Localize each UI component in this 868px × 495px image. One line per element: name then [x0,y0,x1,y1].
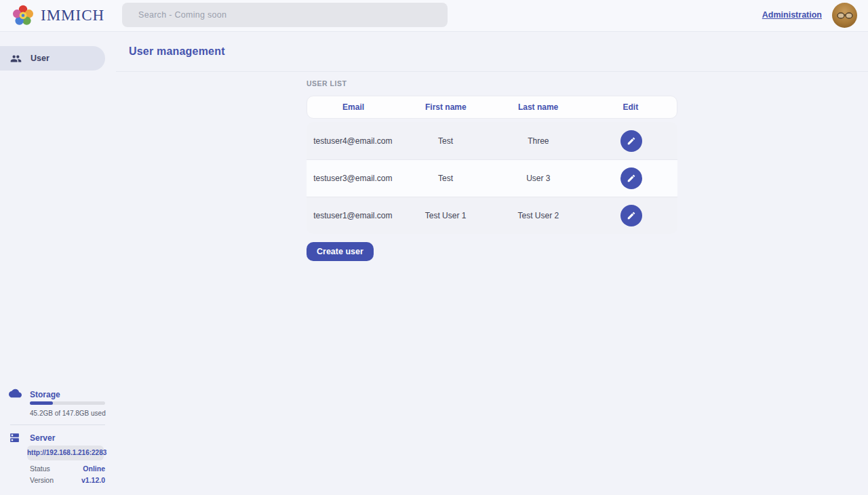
cell-email: testuser3@email.com [307,174,399,183]
cell-first-name: Test [399,136,492,146]
main-titlebar: User management [116,32,868,72]
brand-name: IMMICH [41,7,104,24]
edit-user-button[interactable] [620,205,642,226]
search-input[interactable] [122,3,448,27]
status-label: Status [30,464,50,473]
cell-last-name: User 3 [492,174,585,183]
version-value: v1.12.0 [81,476,105,484]
page: IMMICH Administration User User manageme… [0,0,868,495]
sidebar-item-user-label: User [31,54,50,63]
server-icon [9,432,20,446]
app-header: IMMICH Administration [0,0,868,32]
column-header-edit: Edit [585,102,677,112]
sidebar-divider [10,424,105,425]
user-list-section: USER LIST Email First name Last name Edi… [307,80,677,261]
glasses-icon [837,12,853,20]
server-section-title: Server [30,433,55,443]
cell-last-name: Three [492,136,585,146]
column-header-email: Email [307,102,399,112]
pencil-icon [627,211,636,220]
table-row: testuser1@email.com Test User 1 Test Use… [307,197,677,234]
status-value: Online [83,464,105,473]
column-header-last-name: Last name [492,102,585,112]
create-user-button[interactable]: Create user [307,242,374,261]
page-title: User management [129,45,225,58]
table-row: testuser3@email.com Test User 3 [307,159,677,197]
sidebar-item-user[interactable]: User [0,46,105,71]
section-label: USER LIST [307,80,677,87]
cell-email: testuser4@email.com [307,136,399,146]
server-version-row: Version v1.12.0 [30,476,105,484]
storage-progress-bar [30,401,105,405]
column-header-first-name: First name [399,102,492,112]
storage-usage-text: 45.2GB of 147.8GB used [30,410,106,417]
users-group-icon [10,53,22,64]
table-row: testuser4@email.com Test Three [307,122,677,159]
administration-link[interactable]: Administration [762,10,822,20]
pencil-icon [627,136,636,146]
edit-user-button[interactable] [620,130,642,152]
brand[interactable]: IMMICH [12,4,104,27]
cell-email: testuser1@email.com [307,211,399,220]
user-table-body: testuser4@email.com Test Three testuser3… [307,122,677,234]
storage-section-title: Storage [30,390,60,399]
cell-first-name: Test [399,174,492,183]
storage-progress-fill [30,401,53,405]
cloud-icon [9,389,22,401]
edit-user-button[interactable] [620,167,642,189]
user-table-header: Email First name Last name Edit [307,96,677,119]
version-label: Version [30,476,54,484]
user-avatar[interactable] [832,3,857,28]
server-url-badge: http://192.168.1.216:2283 [27,446,104,460]
cell-first-name: Test User 1 [399,211,492,220]
cell-last-name: Test User 2 [492,211,585,220]
immich-logo-icon [12,4,35,27]
server-status-row: Status Online [30,464,105,473]
pencil-icon [627,174,636,183]
